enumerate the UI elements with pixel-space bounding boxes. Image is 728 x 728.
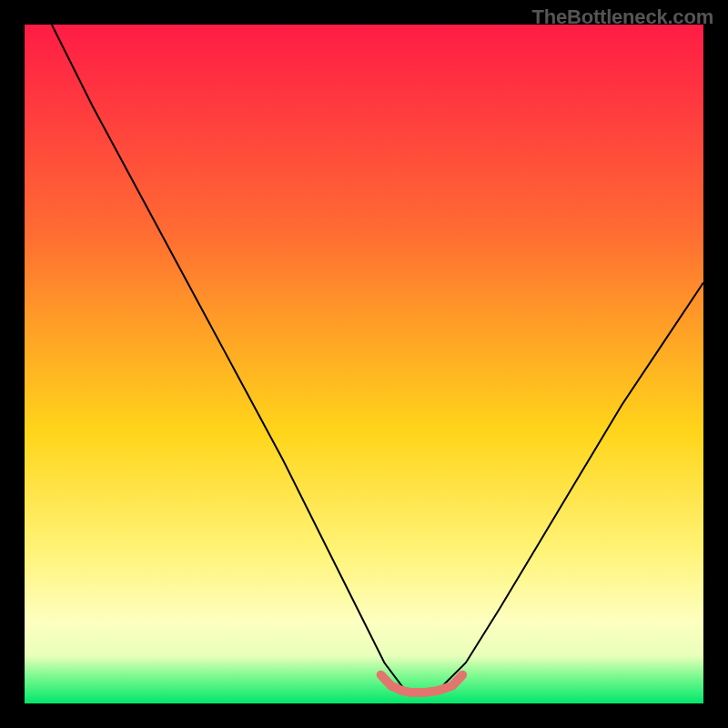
plot-area [25,25,703,703]
chart-stage: TheBottleneck.com [0,0,728,728]
watermark-label: TheBottleneck.com [531,5,713,29]
series-bottleneck-curve [52,25,703,690]
chart-svg [25,25,703,703]
